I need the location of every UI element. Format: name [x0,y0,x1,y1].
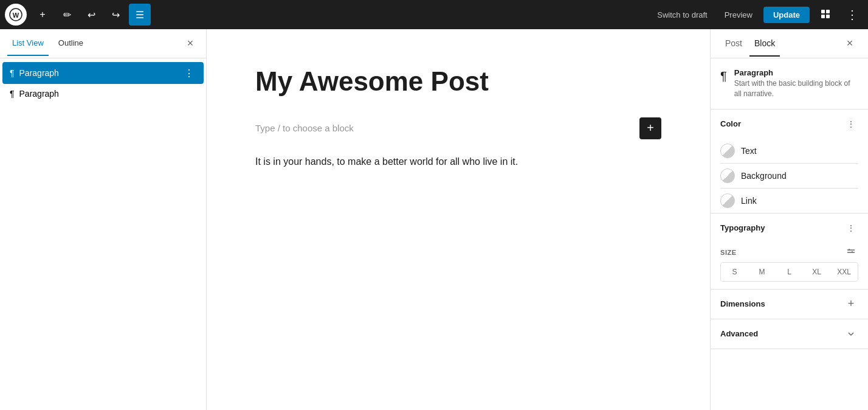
tab-list-view[interactable]: List View [7,31,49,56]
main-layout: List View Outline × ¶ Paragraph ⋮ ¶ Para… [0,29,868,410]
dimensions-add-button[interactable]: + [844,297,858,311]
list-view-toggle-button[interactable]: ☰ [129,4,151,26]
text-color-label: Text [741,146,757,156]
add-block-button[interactable]: + [639,117,661,139]
edit-button[interactable]: ✏ [56,4,78,26]
plus-icon: + [40,9,45,20]
advanced-section-title: Advanced [720,329,844,338]
size-s-button[interactable]: S [721,263,748,281]
post-content[interactable]: It is in your hands, to make a better wo… [255,154,661,170]
plus-icon: + [647,121,654,135]
size-m-button[interactable]: M [748,263,776,281]
dimensions-section-header[interactable]: Dimensions + [711,290,868,319]
plus-icon: + [848,297,855,310]
add-block-toolbar-button[interactable]: + [32,4,53,26]
redo-button[interactable]: ↪ [105,4,126,26]
left-panel: List View Outline × ¶ Paragraph ⋮ ¶ Para… [0,29,207,410]
settings-toggle-button[interactable] [815,4,836,26]
switch-to-draft-button[interactable]: Switch to draft [651,7,713,23]
update-button[interactable]: Update [763,7,810,23]
color-option-text[interactable]: Text [711,139,868,163]
typography-section-title: Typography [720,223,844,232]
background-color-swatch[interactable] [720,169,735,183]
undo-button[interactable]: ↩ [80,4,102,26]
background-color-label: Background [741,171,787,181]
toolbar-right: Switch to draft Preview Update ⋮ [651,4,863,26]
tab-post[interactable]: Post [720,31,747,57]
item-label: Paragraph [19,89,196,99]
size-label: SIZE [720,249,737,256]
panel-tabs: List View Outline × [0,29,206,58]
toolbar: W + ✏ ↩ ↪ ☰ Switch to draft Preview Upda… [0,0,868,29]
tab-block[interactable]: Block [749,31,780,57]
color-option-link[interactable]: Link [711,189,868,213]
preview-button[interactable]: Preview [718,7,759,23]
wp-logo[interactable]: W [5,4,27,26]
toolbar-left: W + ✏ ↩ ↪ ☰ [5,4,649,26]
color-section-header[interactable]: Color ⋮ [711,109,868,139]
block-info-text: Paragraph Start with the basic building … [734,68,858,99]
panel-list: ¶ Paragraph ⋮ ¶ Paragraph [0,58,206,410]
size-xxl-button[interactable]: XXL [830,263,858,281]
panel-close-button[interactable]: × [182,35,199,52]
close-icon: × [847,37,853,50]
placeholder-text[interactable]: Type / to choose a block [255,123,354,133]
list-item-more-button[interactable]: ⋮ [182,66,196,80]
advanced-section-header[interactable]: Advanced [711,319,868,349]
block-placeholder: Type / to choose a block + [255,117,661,139]
post-title[interactable]: My Awesome Post [255,66,661,98]
dimensions-section: Dimensions + [711,290,868,319]
right-panel: Post Block × ¶ Paragraph Start with the … [710,29,868,410]
svg-rect-5 [826,15,830,18]
size-options: S M L XL XXL [720,262,858,282]
edit-icon: ✏ [63,9,71,21]
block-info-title: Paragraph [734,68,858,77]
more-icon: ⋮ [846,7,858,22]
close-icon: × [187,37,194,50]
typography-section: Typography ⋮ SIZE S M L XL [711,214,868,290]
more-options-button[interactable]: ⋮ [841,4,863,26]
color-section: Color ⋮ Text Background Link [711,109,868,214]
right-panel-header: Post Block × [711,29,868,58]
list-item[interactable]: ¶ Paragraph [2,85,204,102]
item-label: Paragraph [19,68,177,78]
list-item[interactable]: ¶ Paragraph ⋮ [2,62,204,84]
color-option-background[interactable]: Background [711,164,868,188]
advanced-section: Advanced [711,319,868,349]
dimensions-section-title: Dimensions [720,299,844,308]
tab-outline[interactable]: Outline [53,31,88,56]
svg-rect-3 [826,10,830,13]
typography-section-header[interactable]: Typography ⋮ [711,214,868,243]
size-l-button[interactable]: L [776,263,803,281]
svg-text:W: W [13,12,19,19]
paragraph-icon: ¶ [10,89,15,99]
block-info: ¶ Paragraph Start with the basic buildin… [711,58,868,109]
redo-icon: ↪ [112,9,120,21]
color-section-menu-button[interactable]: ⋮ [844,117,858,131]
color-section-title: Color [720,119,844,128]
size-xl-button[interactable]: XL [803,263,830,281]
paragraph-block-icon: ¶ [720,69,727,83]
right-panel-close-button[interactable]: × [841,35,858,52]
settings-icon [819,8,832,22]
block-info-desc: Start with the basic building block of a… [734,78,858,99]
list-icon: ☰ [136,9,144,21]
typography-section-menu-button[interactable]: ⋮ [844,221,858,235]
paragraph-icon: ¶ [10,68,15,78]
link-color-label: Link [741,196,757,206]
text-color-swatch[interactable] [720,144,735,158]
advanced-chevron-button[interactable] [844,327,858,341]
svg-rect-2 [821,10,825,13]
content-area[interactable]: My Awesome Post Type / to choose a block… [207,29,710,410]
size-adjust-button[interactable] [844,245,858,260]
link-color-swatch[interactable] [720,193,735,208]
svg-rect-4 [821,15,825,18]
undo-icon: ↩ [88,9,95,21]
